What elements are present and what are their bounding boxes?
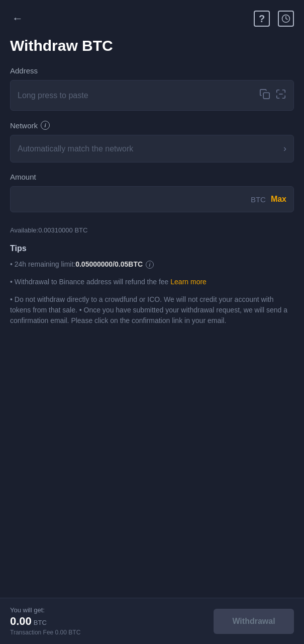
tip-item-3: • Do not withdraw directly to a crowdfun…	[10, 294, 294, 326]
transaction-fee: Transaction Fee 0.00 BTC	[10, 629, 80, 636]
tip-3-bullet: •	[10, 295, 15, 303]
learn-more-link[interactable]: Learn more	[170, 278, 207, 286]
network-placeholder: Automatically match the network	[18, 144, 133, 153]
available-balance: Available:0.00310000 BTC	[0, 222, 304, 234]
page-title: Withdraw BTC	[0, 32, 304, 66]
max-button[interactable]: Max	[271, 195, 286, 204]
scan-icon[interactable]	[275, 89, 286, 102]
amount-section: Amount BTC Max	[0, 173, 304, 212]
network-section: Network i Automatically match the networ…	[0, 121, 304, 163]
network-info-icon[interactable]: i	[41, 121, 50, 130]
chevron-right-icon: ›	[283, 143, 286, 154]
address-placeholder: Long press to paste	[18, 91, 259, 100]
you-will-get-section: You will get: 0.00 BTC Transaction Fee 0…	[10, 606, 80, 636]
tip-2-bullet: •	[10, 278, 15, 286]
tip-1-bold: 0.05000000/0.05BTC	[75, 260, 143, 268]
network-selector[interactable]: Automatically match the network ›	[10, 135, 294, 163]
network-label: Network i	[10, 121, 294, 130]
bottom-bar: You will get: 0.00 BTC Transaction Fee 0…	[0, 598, 304, 644]
svg-rect-1	[263, 93, 269, 99]
get-amount-value: 0.00	[10, 615, 32, 628]
withdrawal-button[interactable]: Withdrawal	[214, 609, 294, 634]
address-section: Address Long press to paste	[0, 66, 304, 111]
header: ← ?	[0, 0, 304, 32]
address-icons	[259, 89, 286, 102]
amount-label: Amount	[10, 173, 294, 181]
amount-currency: BTC	[251, 195, 266, 204]
amount-input-box[interactable]: BTC Max	[10, 186, 294, 212]
header-right: ?	[254, 11, 294, 27]
you-will-get-label: You will get:	[10, 606, 80, 614]
help-icon[interactable]: ?	[254, 11, 270, 27]
tip-1-bullet: •	[10, 260, 15, 268]
tip-2-text: Withdrawal to Binance address will refun…	[15, 278, 169, 286]
you-will-get-amount: 0.00 BTC	[10, 615, 80, 628]
history-icon[interactable]	[278, 11, 294, 27]
tip-3-text: Do not withdraw directly to a crowdfund …	[10, 295, 287, 325]
tip-item-1: • 24h remaining limit:0.05000000/0.05BTC…	[10, 259, 294, 270]
paste-icon[interactable]	[259, 89, 270, 102]
address-label: Address	[10, 66, 294, 75]
address-input-box[interactable]: Long press to paste	[10, 80, 294, 111]
tips-section: Tips • 24h remaining limit:0.05000000/0.…	[0, 234, 304, 326]
tip-1-text: 24h remaining limit:	[15, 260, 75, 268]
tip-1-info-icon[interactable]: i	[146, 261, 154, 269]
tip-item-2: • Withdrawal to Binance address will ref…	[10, 277, 294, 287]
get-amount-unit: BTC	[34, 619, 47, 626]
back-button[interactable]: ←	[10, 10, 25, 27]
tips-title: Tips	[10, 244, 294, 253]
header-left: ←	[10, 10, 25, 27]
